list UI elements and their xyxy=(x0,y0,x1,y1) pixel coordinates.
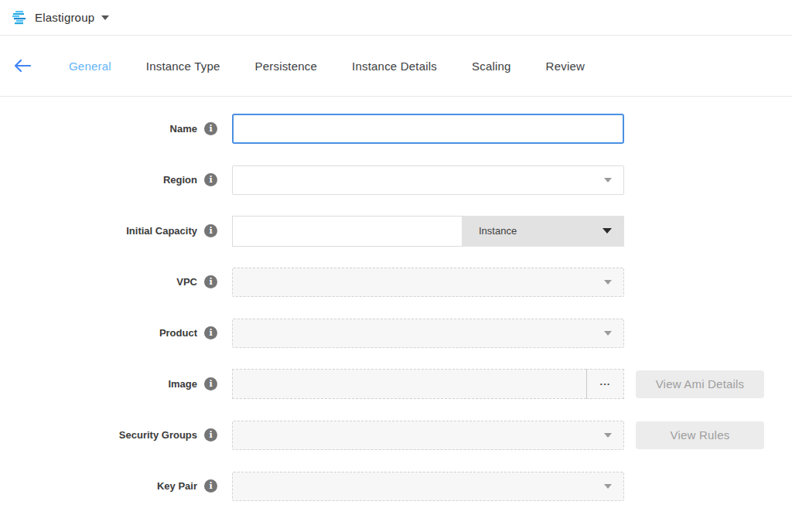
key-pair-label-wrap: Key Pair xyxy=(0,479,232,493)
region-label: Region xyxy=(163,174,197,186)
tab-instance-details[interactable]: Instance Details xyxy=(352,60,437,73)
key-pair-row: Key Pair xyxy=(0,471,792,501)
product-row: Product xyxy=(0,318,792,348)
security-groups-label: Security Groups xyxy=(119,429,197,441)
wizard-tabs: General Instance Type Persistence Instan… xyxy=(69,60,585,73)
initial-capacity-input[interactable] xyxy=(232,216,462,247)
tab-instance-type[interactable]: Instance Type xyxy=(146,60,220,73)
image-browse-button[interactable]: ... xyxy=(586,369,624,399)
info-icon[interactable] xyxy=(204,275,217,288)
image-input-group: ... xyxy=(232,369,624,399)
initial-capacity-row: Initial Capacity Instance xyxy=(0,216,792,246)
app-title: Elastigroup xyxy=(35,11,94,24)
name-label-wrap: Name xyxy=(0,122,232,135)
chevron-down-icon xyxy=(603,228,612,234)
security-groups-row: Security Groups View Rules xyxy=(0,420,792,450)
tab-general[interactable]: General xyxy=(69,60,111,73)
image-label-wrap: Image xyxy=(0,377,232,390)
view-ami-details-button[interactable]: View Ami Details xyxy=(636,370,764,398)
info-icon[interactable] xyxy=(204,377,217,390)
vpc-dropdown xyxy=(232,268,624,297)
region-dropdown[interactable] xyxy=(232,165,624,195)
product-dropdown xyxy=(232,319,624,348)
capacity-unit-dropdown[interactable]: Instance xyxy=(462,216,624,247)
security-groups-label-wrap: Security Groups xyxy=(0,428,232,442)
wizard-tab-bar: General Instance Type Persistence Instan… xyxy=(0,36,792,97)
vpc-label-wrap: VPC xyxy=(0,275,232,288)
key-pair-dropdown xyxy=(232,472,624,501)
info-icon[interactable] xyxy=(204,224,217,237)
image-label: Image xyxy=(168,378,197,390)
chevron-down-icon[interactable] xyxy=(101,15,109,20)
chevron-down-icon xyxy=(604,331,612,336)
region-row: Region xyxy=(0,165,792,195)
vpc-label: VPC xyxy=(176,276,197,288)
security-groups-dropdown xyxy=(232,421,624,450)
key-pair-label: Key Pair xyxy=(157,480,197,492)
tab-review[interactable]: Review xyxy=(546,60,585,73)
image-input xyxy=(232,369,586,399)
info-icon[interactable] xyxy=(204,428,217,442)
chevron-down-icon xyxy=(604,178,612,182)
tab-persistence[interactable]: Persistence xyxy=(255,60,318,73)
elastigroup-logo-icon xyxy=(12,11,26,25)
tab-scaling[interactable]: Scaling xyxy=(472,60,511,73)
capacity-unit-selected-value: Instance xyxy=(479,225,517,237)
info-icon[interactable] xyxy=(204,173,217,186)
initial-capacity-group: Instance xyxy=(232,216,624,247)
app-header: Elastigroup xyxy=(0,0,792,36)
name-input[interactable] xyxy=(232,114,624,144)
back-button[interactable] xyxy=(12,56,32,76)
image-row: Image ... View Ami Details xyxy=(0,369,792,399)
name-row: Name xyxy=(0,114,792,144)
info-icon[interactable] xyxy=(204,326,217,339)
general-settings-form: Name Region Initial Capacity Instance xyxy=(0,97,792,501)
view-rules-button[interactable]: View Rules xyxy=(636,421,764,449)
vpc-row: VPC xyxy=(0,267,792,297)
back-arrow-icon xyxy=(14,60,31,72)
info-icon[interactable] xyxy=(204,479,217,493)
region-label-wrap: Region xyxy=(0,173,232,186)
product-label: Product xyxy=(159,327,197,339)
product-label-wrap: Product xyxy=(0,326,232,339)
chevron-down-icon xyxy=(604,484,612,489)
chevron-down-icon xyxy=(604,433,612,438)
chevron-down-icon xyxy=(604,280,612,285)
initial-capacity-label-wrap: Initial Capacity xyxy=(0,224,232,237)
info-icon[interactable] xyxy=(204,122,217,135)
initial-capacity-label: Initial Capacity xyxy=(126,225,197,237)
name-label: Name xyxy=(170,123,197,135)
